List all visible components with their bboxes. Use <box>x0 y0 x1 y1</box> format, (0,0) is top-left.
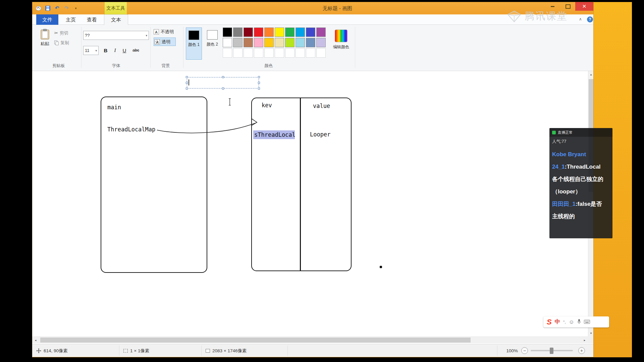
drawn-text-value-header: value <box>313 103 330 109</box>
resize-handle[interactable] <box>222 76 224 78</box>
palette-swatch[interactable] <box>223 48 232 58</box>
tencent-classroom-logo-icon <box>507 10 521 23</box>
palette-swatch[interactable] <box>275 38 284 47</box>
horizontal-scroll-thumb[interactable] <box>40 338 471 343</box>
palette-swatch[interactable] <box>275 27 284 37</box>
resize-handle[interactable] <box>186 82 188 84</box>
palette-swatch[interactable] <box>285 27 294 37</box>
resize-handle[interactable] <box>186 76 188 78</box>
palette-swatch[interactable] <box>316 27 326 37</box>
opaque-button[interactable]: A 不透明 <box>154 27 181 36</box>
palette-swatch[interactable] <box>316 48 326 58</box>
tab-home[interactable]: 主页 <box>60 14 81 25</box>
edit-colors-button[interactable]: 编辑颜色 <box>330 27 352 60</box>
resize-handle[interactable] <box>222 87 224 89</box>
palette-swatch[interactable] <box>233 27 243 37</box>
keyboard-icon[interactable] <box>584 319 590 325</box>
scroll-down-icon[interactable]: ▾ <box>588 330 594 336</box>
group-label-colors: 颜色 <box>250 63 287 69</box>
palette-swatch[interactable] <box>254 27 263 37</box>
statusbar-divider <box>497 346 497 356</box>
selected-text-highlight[interactable]: sThreadLocal <box>253 130 295 139</box>
opaque-icon: A <box>154 29 159 35</box>
scroll-right-icon[interactable]: ▸ <box>582 338 587 343</box>
palette-swatch[interactable] <box>306 38 315 47</box>
palette-swatch[interactable] <box>223 38 232 47</box>
transparent-button[interactable]: A 透明 <box>154 38 176 46</box>
scroll-up-icon[interactable]: ▴ <box>588 72 594 77</box>
text-selection-box[interactable] <box>187 77 259 88</box>
color1-button[interactable]: 颜色 1 <box>186 27 202 60</box>
font-name-value: ?? <box>85 33 90 38</box>
emoji-icon[interactable]: ☺ <box>569 319 574 325</box>
zoom-out-button[interactable]: − <box>521 347 528 354</box>
palette-swatch[interactable] <box>285 48 294 58</box>
chat-username: 24_1 <box>552 164 565 170</box>
drawn-box-map <box>251 98 352 271</box>
save-icon[interactable] <box>44 5 51 11</box>
palette-swatch[interactable] <box>223 27 232 37</box>
zoom-slider-thumb[interactable] <box>550 348 553 354</box>
sogou-logo-icon[interactable]: S <box>547 318 552 326</box>
tab-view[interactable]: 查看 <box>82 14 102 25</box>
palette-swatch[interactable] <box>254 38 263 47</box>
palette-swatch[interactable] <box>233 38 243 47</box>
palette-swatch[interactable] <box>264 48 274 58</box>
collapse-ribbon-icon[interactable]: ∧ <box>579 17 582 21</box>
tab-file[interactable]: 文件 <box>36 14 58 25</box>
palette-swatch[interactable] <box>316 38 326 47</box>
palette-swatch[interactable] <box>233 48 243 58</box>
tab-text[interactable]: 文本 <box>104 14 128 25</box>
resize-handle[interactable] <box>258 76 260 78</box>
group-separator <box>183 27 183 68</box>
copy-button[interactable]: 复制 <box>54 39 69 47</box>
paste-button[interactable]: 粘贴 <box>37 27 53 56</box>
font-name-combo[interactable]: ?? ▾ <box>83 31 149 40</box>
palette-swatch[interactable] <box>254 48 263 58</box>
palette-swatch[interactable] <box>296 48 305 58</box>
scroll-left-icon[interactable]: ◂ <box>33 338 38 343</box>
clipboard-icon <box>41 29 49 40</box>
palette-swatch[interactable] <box>296 38 305 47</box>
strikethrough-button[interactable]: abc <box>129 46 142 55</box>
resize-handle[interactable] <box>258 87 260 89</box>
ime-language-toggle[interactable]: 中 <box>555 318 560 325</box>
palette-swatch[interactable] <box>275 48 284 58</box>
cut-button[interactable]: ✂ 剪切 <box>54 29 68 37</box>
group-separator <box>355 27 355 68</box>
palette-swatch[interactable] <box>264 27 274 37</box>
undo-icon[interactable]: ↶ <box>54 5 60 11</box>
palette-swatch[interactable] <box>306 27 315 37</box>
chat-username: Kobe Bryant <box>552 151 586 158</box>
drawn-text-sthreadlocal: sThreadLocal <box>253 131 296 138</box>
palette-swatch[interactable] <box>244 27 253 37</box>
horizontal-scrollbar[interactable]: ◂ ▸ <box>32 337 588 343</box>
help-icon[interactable]: ? <box>587 16 593 22</box>
resize-handle[interactable] <box>186 87 188 89</box>
zoom-in-button[interactable]: + <box>578 347 585 354</box>
font-size-combo[interactable]: 11 ▾ <box>83 46 99 55</box>
paint-canvas[interactable]: main ThreadLocalMap kev value sThreadLoc… <box>32 71 588 337</box>
palette-swatch[interactable] <box>264 38 274 47</box>
resize-handle[interactable] <box>258 82 260 84</box>
palette-swatch[interactable] <box>244 38 253 47</box>
italic-button[interactable]: I <box>111 46 119 55</box>
color2-button[interactable]: 颜色 2 <box>204 27 220 60</box>
qat-menu-icon[interactable]: ▾ <box>72 5 79 11</box>
transparent-label: 透明 <box>162 39 170 45</box>
ime-punctuation-icon[interactable]: °, <box>563 320 566 324</box>
watermark: 腾讯课堂 <box>507 9 568 23</box>
edit-colors-label: 编辑颜色 <box>333 44 349 50</box>
palette-swatch[interactable] <box>285 38 294 47</box>
close-button[interactable]: ✕ <box>575 2 593 11</box>
chat-message-text: :false是否 <box>576 201 602 207</box>
cut-label: 剪切 <box>60 30 68 36</box>
bold-button[interactable]: B <box>101 46 110 55</box>
chat-message: 田田田_1:false是否 <box>552 198 612 210</box>
redo-icon[interactable]: ↷ <box>63 5 70 11</box>
palette-swatch[interactable] <box>296 27 305 37</box>
microphone-icon[interactable] <box>577 319 581 325</box>
underline-button[interactable]: U <box>120 46 129 55</box>
palette-swatch[interactable] <box>244 48 253 58</box>
palette-swatch[interactable] <box>306 48 315 58</box>
